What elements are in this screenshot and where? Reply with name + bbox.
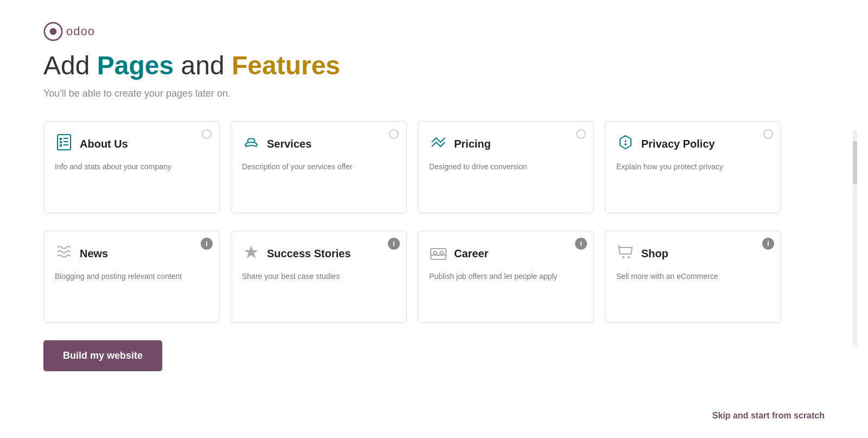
svg-rect-5 (60, 144, 62, 147)
svg-rect-7 (63, 141, 68, 142)
card-header-career: Career (429, 243, 567, 264)
page-title: Add Pages and Features (43, 50, 781, 81)
card-header-about-us: About Us (55, 134, 193, 155)
card-title-success-stories: Success Stories (267, 247, 351, 260)
card-title-pricing: Pricing (454, 138, 491, 150)
card-title-services: Services (267, 138, 311, 150)
card-success-stories[interactable]: i Success Stories Share your best case s… (231, 231, 407, 323)
svg-point-18 (628, 256, 630, 258)
page-subtitle: You'll be able to create your pages late… (43, 88, 781, 99)
title-prefix: Add (43, 51, 97, 80)
card-info-news[interactable]: i (201, 238, 213, 250)
card-shop[interactable]: i Shop Sell more with an eCommerce (605, 231, 781, 323)
scrollbar-thumb[interactable] (853, 141, 857, 185)
svg-rect-8 (63, 144, 68, 145)
card-header-news: News (55, 243, 193, 264)
title-features: Features (232, 51, 340, 80)
card-pricing[interactable]: Pricing Designed to drive conversion (418, 121, 594, 213)
card-about-us[interactable]: About Us Info and stats about your compa… (43, 121, 220, 213)
card-icon-privacy-policy (616, 134, 635, 155)
card-title-news: News (80, 247, 108, 260)
scrollbar-track[interactable] (853, 130, 857, 347)
svg-marker-12 (244, 245, 258, 258)
card-header-privacy-policy: Privacy Policy (616, 134, 755, 155)
card-desc-career: Publish job offers and let people apply (429, 271, 583, 282)
card-desc-shop: Sell more with an eCommerce (616, 271, 770, 282)
card-desc-services: Description of your services offer (242, 161, 395, 173)
title-pages: Pages (97, 51, 174, 80)
card-title-career: Career (454, 247, 488, 260)
odoo-logo-text: odoo (66, 24, 95, 39)
card-radio-services[interactable] (389, 129, 399, 139)
title-middle: and (174, 51, 232, 80)
skip-link[interactable]: Skip and start from scratch (712, 411, 825, 421)
card-icon-news (55, 243, 73, 264)
card-desc-privacy-policy: Explain how you protect privacy (616, 161, 770, 173)
card-header-pricing: Pricing (429, 134, 567, 155)
odoo-logo: odoo (43, 22, 781, 41)
card-icon-about-us (55, 134, 73, 155)
card-icon-career (429, 243, 448, 264)
cards-row-1: About Us Info and stats about your compa… (43, 121, 781, 213)
build-website-button[interactable]: Build my website (43, 340, 162, 371)
card-desc-about-us: Info and stats about your company (55, 161, 208, 173)
svg-rect-3 (60, 138, 62, 140)
card-info-career[interactable]: i (575, 238, 587, 250)
svg-point-17 (622, 256, 624, 258)
card-services[interactable]: Services Description of your services of… (231, 121, 407, 213)
card-desc-pricing: Designed to drive conversion (429, 161, 583, 173)
svg-rect-13 (431, 249, 446, 259)
card-header-services: Services (242, 134, 380, 155)
card-career[interactable]: i Career Publish job offers and let peop… (418, 231, 594, 323)
card-title-shop: Shop (641, 247, 668, 260)
card-info-shop[interactable]: i (762, 238, 774, 250)
svg-point-1 (50, 28, 57, 35)
card-info-success-stories[interactable]: i (388, 238, 400, 250)
svg-point-14 (433, 251, 437, 255)
card-radio-privacy-policy[interactable] (763, 129, 773, 139)
card-desc-news: Blogging and posting relevant content (55, 271, 208, 282)
card-desc-success-stories: Share your best case studies (242, 271, 395, 282)
cards-row-2: i News Blogging and posting relevant con… (43, 231, 781, 323)
card-title-privacy-policy: Privacy Policy (641, 138, 715, 150)
card-header-success-stories: Success Stories (242, 243, 380, 264)
card-icon-pricing (429, 134, 448, 155)
card-title-about-us: About Us (80, 138, 128, 150)
card-radio-about-us[interactable] (202, 129, 212, 139)
card-privacy-policy[interactable]: Privacy Policy Explain how you protect p… (605, 121, 781, 213)
card-header-shop: Shop (616, 243, 755, 264)
svg-rect-6 (63, 138, 68, 139)
card-icon-shop (616, 243, 635, 264)
odoo-logo-icon (43, 22, 63, 41)
card-radio-pricing[interactable] (576, 129, 586, 139)
card-icon-success-stories (242, 243, 260, 264)
svg-point-15 (440, 251, 443, 255)
svg-rect-4 (60, 141, 62, 143)
card-icon-services (242, 134, 260, 155)
card-news[interactable]: i News Blogging and posting relevant con… (43, 231, 220, 323)
svg-point-11 (625, 144, 626, 145)
